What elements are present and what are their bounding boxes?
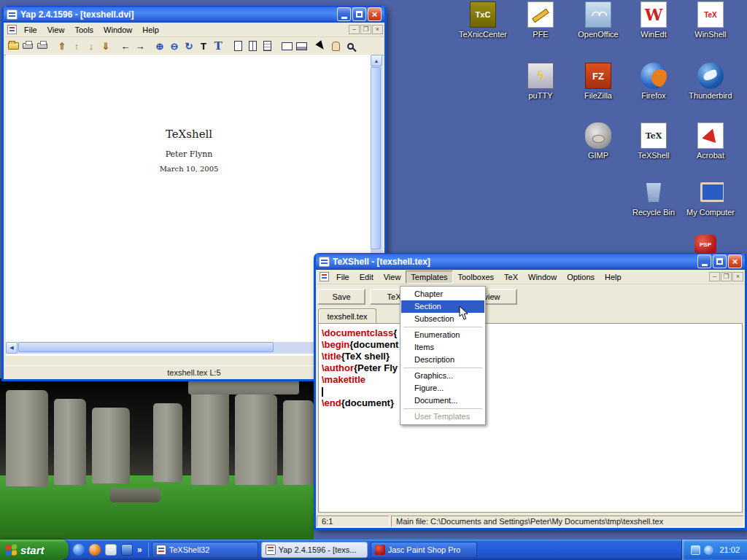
texshell-menu-help[interactable]: Help — [600, 271, 627, 284]
forward-icon[interactable]: → — [133, 39, 147, 53]
desktop-icon-label: FileZilla — [570, 91, 626, 100]
menu-item-document[interactable]: Document... — [401, 394, 484, 407]
two-page-view-icon[interactable] — [245, 39, 260, 53]
texshell-titlebar[interactable]: TeXShell - [texshell.tex] — [316, 253, 745, 270]
taskbar-button-yap[interactable]: Yap 2.4.1596 - [texs... — [261, 542, 368, 558]
back-icon[interactable]: ← — [118, 39, 133, 53]
taskbar-button-paint-shop-pro[interactable]: Jasc Paint Shop Pro — [371, 542, 477, 558]
texshell-maximize-button[interactable] — [713, 254, 727, 268]
desktop-icon-acrobat[interactable]: Acrobat — [683, 122, 738, 160]
zoom-out-icon[interactable]: ⊖ — [167, 39, 182, 53]
code-line: \documentclass{ — [322, 327, 742, 339]
desktop-icon-winedt[interactable]: W WinEdt — [626, 1, 681, 39]
yap-menu-view[interactable]: View — [42, 23, 70, 36]
texshell-menu-options[interactable]: Options — [562, 271, 600, 284]
continuous-view-icon[interactable] — [260, 39, 274, 53]
firefox-quick-icon[interactable] — [89, 544, 101, 556]
texshell-menu-edit[interactable]: Edit — [355, 271, 379, 284]
text-mode-icon[interactable]: T — [211, 39, 225, 53]
internet-explorer-icon[interactable] — [73, 544, 85, 556]
desktop-icon-recycle-bin[interactable]: Recycle Bin — [626, 179, 681, 217]
yap-menu-window[interactable]: Window — [98, 23, 137, 36]
horizontal-scroll-thumb[interactable] — [18, 342, 274, 352]
full-page-view-icon[interactable] — [294, 39, 309, 53]
desktop-icon-pfe[interactable]: PFE — [513, 1, 568, 39]
menu-item-figure[interactable]: Figure... — [401, 382, 484, 394]
select-tool-icon[interactable] — [314, 39, 328, 53]
dvi-document-date: March 10, 2005 — [6, 165, 372, 173]
tab-texshell-tex[interactable]: texshell.tex — [318, 308, 376, 324]
mdi-minimize-button[interactable]: – — [709, 272, 720, 281]
desktop-icon-my-computer[interactable]: My Computer — [683, 179, 738, 217]
yap-menu-tools[interactable]: Tools — [69, 23, 98, 36]
taskbar-clock[interactable]: 21:02 — [719, 545, 740, 554]
texshell-minimize-button[interactable] — [697, 254, 711, 268]
desktop-icon-putty[interactable]: ϟ puTTY — [513, 63, 568, 100]
print-page-icon[interactable] — [35, 39, 50, 53]
quick-launch-chevron-icon[interactable]: » — [137, 545, 142, 555]
hand-tool-icon[interactable] — [328, 39, 343, 53]
menu-item-subsection[interactable]: Subsection — [401, 313, 484, 325]
vertical-scroll-thumb[interactable] — [371, 67, 381, 249]
texshell-menubar: File Edit View Templates Toolboxes TeX W… — [316, 270, 745, 284]
menu-item-items[interactable]: Items — [401, 341, 484, 354]
next-page-icon[interactable]: ↓ — [84, 39, 98, 53]
desktop-icon-openoffice[interactable]: ◠◠ OpenOffice — [570, 1, 626, 39]
volume-tray-icon[interactable] — [704, 545, 713, 555]
texshell-close-button[interactable] — [728, 254, 742, 268]
system-tray: 21:02 — [681, 540, 747, 560]
yap-menu-file[interactable]: File — [19, 23, 42, 36]
open-icon[interactable] — [6, 39, 20, 53]
texshell-menu-file[interactable]: File — [331, 271, 355, 284]
scroll-left-button[interactable]: ◀ — [6, 342, 18, 354]
single-page-view-icon[interactable] — [231, 39, 245, 53]
desktop-icon-gimp[interactable]: GIMP — [570, 122, 626, 160]
mdi-minimize-button[interactable]: – — [349, 25, 360, 34]
show-desktop-icon[interactable] — [121, 544, 133, 556]
desktop-icon-thunderbird[interactable]: Thunderbird — [683, 63, 738, 100]
texshell-window-title: TeXShell - [texshell.tex] — [333, 257, 697, 267]
menu-item-enumeration[interactable]: Enumeration — [401, 329, 484, 341]
dvi-document-author: Peter Flynn — [6, 149, 372, 159]
menu-item-description[interactable]: Description — [401, 354, 484, 366]
desktop-icon-texniccenter[interactable]: TxC TeXnicCenter — [455, 1, 511, 39]
magnifier-tool-icon[interactable] — [343, 39, 357, 53]
mail-icon[interactable] — [105, 544, 117, 556]
last-page-icon[interactable]: ⇓ — [98, 39, 113, 53]
desktop-icon-texshell[interactable]: TeX TeXShell — [626, 122, 681, 160]
mdi-close-button[interactable]: × — [372, 25, 383, 34]
scroll-up-button[interactable]: ▲ — [371, 55, 382, 66]
texshell-menu-window[interactable]: Window — [523, 271, 562, 284]
refresh-icon[interactable]: ↻ — [182, 39, 196, 53]
yap-maximize-button[interactable] — [352, 7, 366, 21]
mdi-close-button[interactable]: × — [732, 272, 743, 281]
previous-page-icon[interactable]: ↑ — [69, 39, 84, 53]
page-width-view-icon[interactable] — [279, 39, 294, 53]
start-button[interactable]: start — [0, 540, 69, 560]
yap-menu-help[interactable]: Help — [137, 23, 164, 36]
mdi-restore-button[interactable]: ❐ — [360, 25, 371, 34]
menu-item-section[interactable]: Section — [401, 300, 484, 313]
code-editor[interactable]: \documentclass{ \begin{document \title{T… — [318, 323, 743, 513]
texshell-menu-view[interactable]: View — [379, 271, 406, 284]
desktop-icon-winshell[interactable]: TeX WinShell — [683, 1, 738, 39]
zoom-in-icon[interactable]: ⊕ — [152, 39, 167, 53]
texshell-menu-tex[interactable]: TeX — [499, 271, 523, 284]
network-tray-icon[interactable] — [691, 545, 700, 555]
text-select-icon[interactable]: T — [196, 39, 211, 53]
menu-item-graphics[interactable]: Graphics... — [401, 370, 484, 382]
first-page-icon[interactable]: ⇑ — [55, 39, 69, 53]
yap-close-button[interactable] — [368, 7, 382, 21]
taskbar-button-texshell32[interactable]: TeXShell32 — [152, 542, 258, 558]
desktop-icon-filezilla[interactable]: FZ FileZilla — [570, 63, 626, 100]
menu-item-chapter[interactable]: Chapter — [401, 288, 484, 300]
desktop-icon-firefox[interactable]: Firefox — [626, 63, 681, 100]
yap-minimize-button[interactable] — [337, 7, 351, 21]
texshell-menu-toolboxes[interactable]: Toolboxes — [453, 271, 500, 284]
mdi-restore-button[interactable]: ❐ — [721, 272, 732, 281]
paint-shop-pro-icon[interactable]: PSP — [694, 235, 716, 254]
print-icon[interactable] — [20, 39, 35, 53]
yap-titlebar[interactable]: Yap 2.4.1596 - [texshell.dvi] — [4, 6, 384, 23]
save-button[interactable]: Save — [317, 289, 365, 305]
texshell-menu-templates[interactable]: Templates — [406, 271, 452, 284]
